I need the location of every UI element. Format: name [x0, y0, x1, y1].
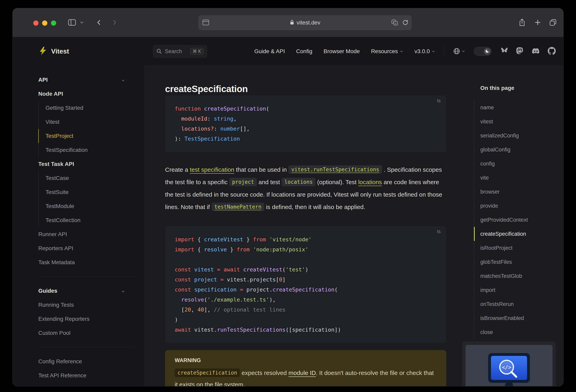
sidebar-item-testcollection[interactable]: TestCollection: [38, 213, 136, 227]
language-button[interactable]: [453, 48, 465, 55]
sidebar-item-testspecification[interactable]: TestSpecification: [38, 143, 136, 157]
sidebar-item-test-task-api[interactable]: Test Task API: [38, 157, 136, 171]
close-window-button[interactable]: [33, 21, 38, 26]
sidebar-item-label: Custom Pool: [38, 330, 70, 336]
translate-language-icon: [453, 48, 460, 55]
sidebar-item-config-reference[interactable]: Config Reference: [38, 355, 136, 368]
warning-link-module-id[interactable]: module ID: [288, 369, 316, 376]
sidebar-toggle-button[interactable]: [67, 8, 77, 37]
sidebar-item-label: TestCase: [46, 175, 69, 181]
sidebar-divider: [38, 270, 136, 284]
sidebar-item-test-api-reference[interactable]: Test API Reference: [38, 368, 136, 383]
toc-item-ontestsrerun[interactable]: onTestsRerun: [474, 297, 560, 311]
sidebar-item-label: TestCollection: [46, 217, 80, 223]
paragraph-code-link-vitest-runtestspecifications[interactable]: vitest.runTestSpecifications: [288, 165, 382, 174]
tabs-overview-button[interactable]: [548, 8, 558, 37]
toc-item-serializedconfig[interactable]: serializedConfig: [474, 129, 560, 143]
sidebar-item-reporters-api[interactable]: Reporters API: [38, 241, 136, 255]
paragraph-text: Create a: [165, 166, 190, 173]
site-logo[interactable]: Vitest: [38, 37, 69, 66]
bluesky-link[interactable]: [500, 47, 508, 56]
toc-item-import[interactable]: import: [474, 283, 560, 297]
minimize-window-button[interactable]: [42, 21, 47, 26]
sidebar-item-testcase[interactable]: TestCase: [38, 171, 136, 185]
github-link[interactable]: [548, 47, 556, 56]
sidebar-item-testsuite[interactable]: TestSuite: [38, 185, 136, 199]
nav-item-guide-api[interactable]: Guide & API: [254, 48, 285, 55]
toc-item-close[interactable]: close: [474, 325, 560, 339]
url-text: vitest.dev: [297, 19, 320, 26]
sidebar-item-guides[interactable]: Guides: [38, 284, 136, 298]
sidebar-item-getting-started[interactable]: Getting Started: [38, 101, 136, 115]
sidebar-item-vitest[interactable]: Vitest: [38, 115, 136, 129]
translate-icon: Aa: [391, 23, 398, 26]
share-button[interactable]: [517, 8, 527, 37]
paragraph-link-locations[interactable]: locations: [358, 179, 382, 185]
translate-button[interactable]: Aa: [391, 19, 398, 26]
toc-item-globtestfiles[interactable]: globTestFiles: [474, 255, 560, 269]
toc-item-browser[interactable]: browser: [474, 185, 560, 199]
mastodon-link[interactable]: [516, 47, 524, 56]
search-button[interactable]: Search ⌘ K: [153, 45, 207, 58]
paragraph-text: that can be used in: [234, 166, 288, 173]
sidebar-item-task-metadata[interactable]: Task Metadata: [38, 255, 136, 270]
sidebar-divider: [38, 340, 136, 355]
toc-item-getprovidedcontext[interactable]: getProvidedContext: [474, 213, 560, 227]
nav-item-browser-mode[interactable]: Browser Mode: [323, 48, 360, 55]
page-title: createSpecification: [165, 84, 248, 94]
sidebar-item-label: API: [38, 77, 48, 83]
code-line: resolve('./example.test.ts'),: [175, 295, 437, 305]
sidebar-item-runner-api[interactable]: Runner API: [38, 227, 136, 241]
nav-item-v3-0-0[interactable]: v3.0.0: [415, 48, 435, 55]
toc-item-provide[interactable]: provide: [474, 199, 560, 213]
sidebar-item-custom-pool[interactable]: Custom Pool: [38, 326, 136, 340]
sidebar-item-label: TestSuite: [46, 189, 69, 195]
toc-item-globalconfig[interactable]: globalConfig: [474, 143, 560, 157]
toc-item-config[interactable]: config: [474, 157, 560, 171]
toc-item-isbrowserenabled[interactable]: isBrowserEnabled: [474, 311, 560, 325]
toc-item-name[interactable]: name: [474, 100, 560, 115]
theme-toggle[interactable]: [474, 47, 491, 56]
sidebar-menu-button[interactable]: [79, 8, 85, 37]
sidebar-item-extending-reporters[interactable]: Extending Reporters: [38, 312, 136, 326]
zoom-window-button[interactable]: [51, 21, 56, 26]
address-bar[interactable]: vitest.dev Aa: [198, 15, 412, 30]
svg-text:</>: </>: [502, 364, 511, 370]
reload-button[interactable]: [402, 19, 408, 26]
paragraph-text: (optional). Test: [316, 179, 358, 185]
sponsor-ad-card[interactable]: </>: [462, 341, 556, 386]
toc-item-createspecification[interactable]: createSpecification: [474, 227, 560, 241]
toc-item-matchestestglob[interactable]: matchesTestGlob: [474, 269, 560, 283]
back-button[interactable]: [94, 8, 103, 37]
sidebar-toggle-icon: [68, 19, 76, 27]
forward-icon: [111, 19, 118, 27]
sidebar-item-label: Task Metadata: [38, 259, 75, 266]
sidebar-item-label: Node API: [38, 91, 63, 97]
toc-item-vitest[interactable]: vitest: [474, 115, 560, 129]
share-icon: [518, 18, 526, 27]
new-tab-button[interactable]: [533, 8, 543, 37]
sidebar-item-node-api[interactable]: Node API: [38, 87, 136, 101]
sidebar-item-testproject[interactable]: TestProject: [38, 129, 136, 143]
sidebar-item-label: Test Task API: [38, 161, 74, 167]
paragraph-link-test-specification[interactable]: test specification: [190, 166, 234, 173]
forward-button[interactable]: [110, 8, 119, 37]
window-controls: [33, 21, 56, 26]
discord-link[interactable]: [531, 47, 540, 55]
code-line: const project = vitest.projects[0]: [175, 275, 437, 285]
sidebar-item-api[interactable]: API: [38, 73, 136, 87]
sidebar-item-testmodule[interactable]: TestModule: [38, 199, 136, 213]
nav-item-config[interactable]: Config: [296, 48, 312, 55]
toc: namevitestserializedConfigglobalConfigco…: [474, 100, 560, 339]
nav-item-resources[interactable]: Resources: [371, 48, 403, 55]
sidebar-item-label: TestProject: [46, 133, 73, 139]
bluesky-icon: [500, 47, 508, 56]
sidebar-item-label: Reporters API: [38, 245, 73, 252]
sidebar-item-label: Getting Started: [46, 105, 83, 111]
sidebar-item-running-tests[interactable]: Running Tests: [38, 298, 136, 312]
toc-item-vite[interactable]: vite: [474, 171, 560, 185]
lock-icon: [290, 19, 294, 26]
code-line: locations?: number[],: [175, 124, 437, 134]
toc-item-isrootproject[interactable]: isRootProject: [474, 241, 560, 255]
paragraph-code-link-testnamepattern[interactable]: testNamePattern: [212, 203, 264, 211]
